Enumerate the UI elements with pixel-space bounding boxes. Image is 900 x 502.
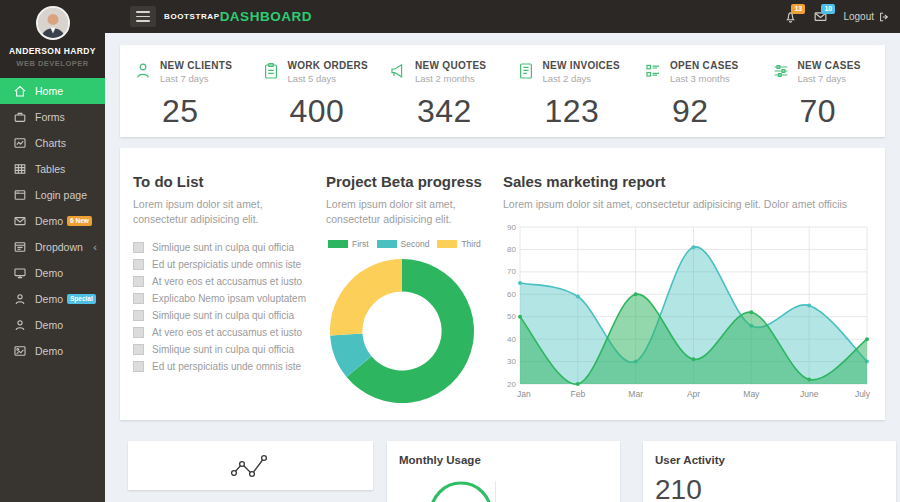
stat-card[interactable]: NEW CASES Last 7 days 70: [758, 45, 886, 137]
sidebar-item-demo[interactable]: Demo: [0, 338, 105, 364]
area-chart[interactable]: 2030405060708090JanFebMarAprMayJuneJuly: [503, 220, 875, 410]
stat-card[interactable]: OPEN CASES Last 3 months 92: [630, 45, 758, 137]
sidebar-item-label: Demo: [35, 319, 63, 331]
svg-text:May: May: [743, 389, 760, 399]
todo-list: Simlique sunt in culpa qui officia Ed ut…: [133, 239, 308, 375]
notifications-button[interactable]: 13: [783, 9, 799, 25]
sparkline-card[interactable]: [128, 441, 373, 490]
sliders-icon: [771, 61, 791, 81]
profile-block: ANDERSON HARDY WEB DEVELOPER: [0, 0, 105, 78]
donut-section: Project Beta progress Lorem ipsum dolor …: [316, 148, 499, 420]
stat-period: Last 2 days: [543, 73, 621, 84]
brand-logo[interactable]: BOOTSTRAP DASHBOARD: [164, 0, 312, 33]
profile-name: ANDERSON HARDY: [0, 46, 105, 56]
sidebar-item-charts[interactable]: Charts: [0, 130, 105, 156]
stat-value: 92: [672, 93, 758, 130]
donut-chart[interactable]: [326, 255, 493, 411]
todo-item-label: Ed ut perspiciatis unde omnis iste: [152, 259, 301, 270]
sidebar-item-label: Login page: [35, 189, 87, 201]
monthly-usage-title: Monthly Usage: [399, 454, 608, 466]
todo-checkbox[interactable]: [133, 344, 144, 355]
avatar[interactable]: [36, 6, 70, 40]
stat-card[interactable]: WORK ORDERS Last 5 days 400: [248, 45, 376, 137]
svg-text:20: 20: [507, 379, 516, 388]
user-activity-card: User Activity 210: [643, 441, 896, 502]
avatar-photo: [38, 8, 68, 38]
svg-text:70: 70: [507, 267, 516, 276]
todo-item: Simlique sunt in culpa qui officia: [133, 341, 308, 358]
todo-checkbox[interactable]: [133, 293, 144, 304]
invoice-icon: [516, 61, 536, 81]
sidebar-item-login-page[interactable]: Login page: [0, 182, 105, 208]
stats-panel: NEW CLIENTS Last 7 days 25 WORK ORDERS L…: [120, 45, 885, 137]
todo-item-label: Ed ut perspiciatis unde omnis iste: [152, 361, 301, 372]
clipboard-icon: [261, 61, 281, 81]
todo-item: Ed ut perspiciatis unde omnis iste: [133, 256, 308, 273]
todo-title: To do List: [133, 173, 308, 190]
logout-button[interactable]: Logout: [843, 11, 890, 23]
stat-value: 400: [290, 93, 376, 130]
todo-checkbox[interactable]: [133, 361, 144, 372]
svg-text:50: 50: [507, 312, 516, 321]
sidebar-item-demo[interactable]: Demo: [0, 312, 105, 338]
sidebar-item-tables[interactable]: Tables: [0, 156, 105, 182]
todo-subtitle: Lorem ipsum dolor sit amet, consectetur …: [133, 197, 308, 226]
svg-text:90: 90: [507, 222, 516, 231]
user-icon: [13, 318, 27, 332]
stat-card[interactable]: NEW INVOICES Last 2 days 123: [503, 45, 631, 137]
svg-text:80: 80: [507, 245, 516, 254]
logout-label: Logout: [843, 11, 874, 22]
sidebar-badge: 6 New: [67, 216, 92, 226]
area-title: Sales marketing report: [503, 173, 875, 190]
todo-item-label: Simlique sunt in culpa qui officia: [152, 344, 294, 355]
stat-period: Last 5 days: [288, 73, 369, 84]
todo-checkbox[interactable]: [133, 276, 144, 287]
sidebar-item-demo[interactable]: Demo 6 New: [0, 208, 105, 234]
sidebar-item-demo[interactable]: Demo Special: [0, 286, 105, 312]
todo-item-label: Simlique sunt in culpa qui officia: [152, 310, 294, 321]
todo-item-label: At vero eos et accusamus et iusto: [152, 327, 302, 338]
menu-toggle-button[interactable]: [130, 6, 156, 27]
usage-gauge: [421, 475, 501, 502]
todo-checkbox[interactable]: [133, 327, 144, 338]
stat-value: 70: [800, 93, 886, 130]
window-icon: [13, 240, 27, 254]
checklist-icon: [643, 61, 663, 81]
sidebar-item-dropdown[interactable]: Dropdown ‹: [0, 234, 105, 260]
messages-badge: 10: [821, 4, 835, 14]
messages-button[interactable]: 10: [813, 9, 829, 25]
todo-item-label: Simlique sunt in culpa qui officia: [152, 242, 294, 253]
person-icon: [133, 61, 153, 81]
todo-checkbox[interactable]: [133, 242, 144, 253]
sidebar-item-label: Demo: [35, 267, 63, 279]
stat-period: Last 7 days: [160, 73, 232, 84]
browser-icon: [13, 188, 27, 202]
todo-checkbox[interactable]: [133, 310, 144, 321]
sidebar-item-label: Demo: [35, 215, 63, 227]
main-panel: To do List Lorem ipsum dolor sit amet, c…: [120, 148, 885, 420]
user-activity-title: User Activity: [655, 454, 884, 466]
todo-item-label: At vero eos et accusamus et iusto: [152, 276, 302, 287]
svg-text:30: 30: [507, 357, 516, 366]
stat-card[interactable]: NEW CLIENTS Last 7 days 25: [120, 45, 248, 137]
stat-label: WORK ORDERS: [288, 60, 369, 71]
sidebar-item-label: Home: [35, 85, 63, 97]
sidebar-item-forms[interactable]: Forms: [0, 104, 105, 130]
card-divider: [495, 481, 496, 502]
sidebar-item-demo[interactable]: Demo: [0, 260, 105, 286]
sidebar: ANDERSON HARDY WEB DEVELOPER Home Forms …: [0, 0, 105, 502]
donut-title: Project Beta progress: [326, 173, 493, 190]
todo-checkbox[interactable]: [133, 259, 144, 270]
stat-card[interactable]: NEW QUOTES Last 2 months 342: [375, 45, 503, 137]
legend-label: Third: [461, 239, 480, 249]
todo-item: Explicabo Nemo ipsam voluptatem: [133, 290, 308, 307]
stat-label: NEW QUOTES: [415, 60, 486, 71]
sidebar-item-home[interactable]: Home: [0, 78, 105, 104]
sidebar-item-label: Demo: [35, 345, 63, 357]
donut-legend: FirstSecondThird: [328, 239, 493, 249]
topbar: BOOTSTRAP DASHBOARD 13 10 Logout: [0, 0, 900, 33]
stat-period: Last 2 months: [415, 73, 486, 84]
svg-text:Apr: Apr: [687, 389, 700, 399]
todo-item-label: Explicabo Nemo ipsam voluptatem: [152, 293, 306, 304]
megaphone-icon: [388, 61, 408, 81]
